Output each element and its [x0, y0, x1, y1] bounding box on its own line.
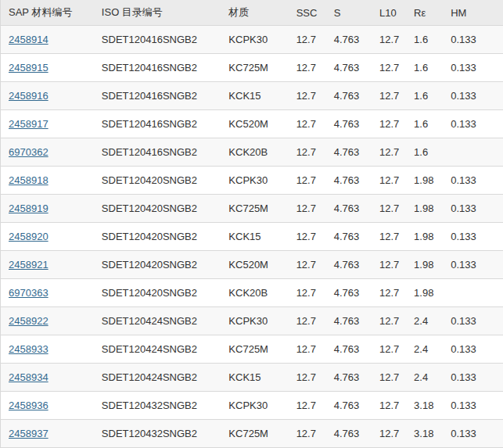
- cell-hm: 0.133: [443, 251, 503, 279]
- sap-material-link[interactable]: 2458914: [9, 34, 49, 45]
- sap-material-link[interactable]: 6970363: [9, 287, 49, 299]
- cell-ssc: 12.7: [289, 251, 326, 279]
- column-header-l10: L10: [372, 0, 406, 26]
- sap-material-link[interactable]: 2458937: [9, 428, 49, 439]
- table-row: 2458915SDET120416SNGB2KC725M12.74.76312.…: [1, 54, 503, 82]
- cell-material: KC520M: [221, 110, 288, 138]
- cell-material: KCPK30: [221, 26, 288, 54]
- cell-re: 3.18: [406, 420, 443, 448]
- cell-sap: 2458918: [1, 167, 94, 195]
- cell-iso: SDET120416SNGB2: [94, 54, 221, 82]
- sap-material-link[interactable]: 2458919: [9, 202, 49, 214]
- cell-sap: 2458937: [1, 420, 94, 448]
- cell-iso: SDET120432SNGB2: [94, 420, 221, 448]
- cell-ssc: 12.7: [289, 138, 326, 167]
- cell-s: 4.763: [326, 364, 372, 392]
- cell-material: KCPK30: [221, 392, 288, 420]
- table-row: 2458933SDET120424SNGB2KC725M12.74.76312.…: [1, 335, 503, 364]
- cell-s: 4.763: [326, 223, 372, 251]
- cell-s: 4.763: [326, 138, 372, 167]
- sap-material-link[interactable]: 2458936: [9, 400, 49, 411]
- cell-s: 4.763: [326, 195, 372, 223]
- cell-iso: SDET120424SNGB2: [94, 307, 221, 335]
- cell-sap: 6970363: [1, 279, 94, 307]
- cell-hm: 0.133: [443, 26, 503, 54]
- cell-iso: SDET120420SNGB2: [94, 279, 221, 307]
- cell-ssc: 12.7: [289, 195, 326, 223]
- table-row: 2458934SDET120424SNGB2KCK1512.74.76312.7…: [1, 364, 503, 392]
- cell-ssc: 12.7: [289, 82, 326, 110]
- cell-hm: 0.133: [443, 223, 503, 251]
- cell-hm: 0.133: [443, 392, 503, 420]
- cell-ssc: 12.7: [289, 420, 326, 448]
- sap-material-link[interactable]: 2458934: [9, 371, 49, 383]
- cell-l10: 12.7: [372, 110, 406, 138]
- cell-re: 1.98: [406, 223, 443, 251]
- sap-material-link[interactable]: 2458917: [9, 118, 49, 130]
- cell-l10: 12.7: [372, 420, 406, 448]
- cell-l10: 12.7: [372, 364, 406, 392]
- sap-material-link[interactable]: 6970362: [9, 146, 49, 158]
- cell-re: 2.4: [406, 364, 443, 392]
- cell-l10: 12.7: [372, 279, 406, 307]
- cell-sap: 2458921: [1, 251, 94, 279]
- cell-iso: SDET120416SNGB2: [94, 138, 221, 167]
- cell-hm: 0.133: [443, 195, 503, 223]
- cell-iso: SDET120432SNGB2: [94, 392, 221, 420]
- cell-iso: SDET120420SNGB2: [94, 251, 221, 279]
- cell-hm: [443, 279, 503, 307]
- sap-material-link[interactable]: 2458920: [9, 231, 49, 242]
- cell-hm: 0.133: [443, 364, 503, 392]
- cell-material: KC725M: [221, 195, 288, 223]
- cell-l10: 12.7: [372, 223, 406, 251]
- cell-iso: SDET120424SNGB2: [94, 364, 221, 392]
- cell-re: 2.4: [406, 307, 443, 335]
- cell-iso: SDET120424SNGB2: [94, 335, 221, 364]
- cell-hm: 0.133: [443, 335, 503, 364]
- cell-re: 1.98: [406, 279, 443, 307]
- sap-material-link[interactable]: 2458922: [9, 315, 49, 327]
- cell-sap: 2458915: [1, 54, 94, 82]
- cell-re: 2.4: [406, 335, 443, 364]
- parts-table: SAP 材料编号 ISO 目录编号 材质 SSC S L10 Rε HM 245…: [0, 0, 503, 448]
- cell-s: 4.763: [326, 82, 372, 110]
- cell-ssc: 12.7: [289, 364, 326, 392]
- table-row: 2458922SDET120424SNGB2KCPK3012.74.76312.…: [1, 307, 503, 335]
- cell-s: 4.763: [326, 251, 372, 279]
- cell-re: 1.6: [406, 82, 443, 110]
- cell-hm: 0.133: [443, 307, 503, 335]
- cell-l10: 12.7: [372, 392, 406, 420]
- cell-material: KC725M: [221, 335, 288, 364]
- cell-s: 4.763: [326, 307, 372, 335]
- sap-material-link[interactable]: 2458916: [9, 90, 49, 102]
- sap-material-link[interactable]: 2458918: [9, 174, 49, 186]
- cell-re: 1.6: [406, 138, 443, 167]
- cell-l10: 12.7: [372, 251, 406, 279]
- cell-re: 1.98: [406, 195, 443, 223]
- sap-material-link[interactable]: 2458915: [9, 62, 49, 73]
- cell-sap: 2458922: [1, 307, 94, 335]
- cell-ssc: 12.7: [289, 307, 326, 335]
- cell-iso: SDET120416SNGB2: [94, 26, 221, 54]
- cell-sap: 2458934: [1, 364, 94, 392]
- cell-l10: 12.7: [372, 138, 406, 167]
- sap-material-link[interactable]: 2458921: [9, 259, 49, 271]
- table-row: 2458921SDET120420SNGB2KC520M12.74.76312.…: [1, 251, 503, 279]
- cell-re: 1.98: [406, 167, 443, 195]
- cell-l10: 12.7: [372, 82, 406, 110]
- cell-sap: 2458920: [1, 223, 94, 251]
- cell-re: 1.98: [406, 251, 443, 279]
- cell-ssc: 12.7: [289, 54, 326, 82]
- cell-l10: 12.7: [372, 167, 406, 195]
- header-row: SAP 材料编号 ISO 目录编号 材质 SSC S L10 Rε HM: [1, 0, 503, 26]
- cell-sap: 2458916: [1, 82, 94, 110]
- cell-material: KCPK30: [221, 167, 288, 195]
- cell-iso: SDET120420SNGB2: [94, 195, 221, 223]
- cell-s: 4.763: [326, 420, 372, 448]
- cell-hm: [443, 138, 503, 167]
- table-row: 2458914SDET120416SNGB2KCPK3012.74.76312.…: [1, 26, 503, 54]
- cell-sap: 2458919: [1, 195, 94, 223]
- cell-material: KCK15: [221, 364, 288, 392]
- cell-material: KC725M: [221, 54, 288, 82]
- sap-material-link[interactable]: 2458933: [9, 343, 49, 355]
